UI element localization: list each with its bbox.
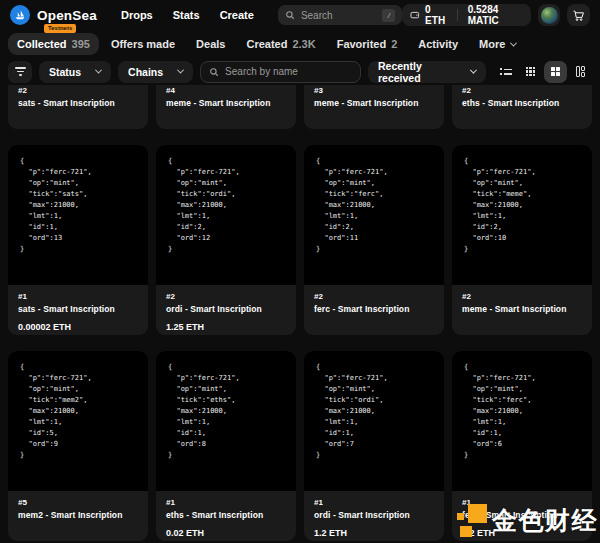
nft-card[interactable]: { "p":"ferc-721", "op":"mint", "tick":"e… xyxy=(156,351,296,541)
inscription-json-text: { "p":"ferc-721", "op":"mint", "tick":"o… xyxy=(156,145,296,255)
inscription-json-text: { "p":"ferc-721", "op":"mint", "tick":"f… xyxy=(304,145,444,255)
nft-card[interactable]: #4 meme - Smart Inscription xyxy=(156,85,296,129)
card-title: mem2 - Smart Inscription xyxy=(18,510,138,520)
nft-card[interactable]: #2 eths - Smart Inscription xyxy=(452,85,592,129)
card-footer: #2 meme - Smart Inscription xyxy=(452,285,592,314)
inscription-json-text: { "p":"ferc-721", "op":"mint", "tick":"m… xyxy=(8,351,148,461)
nft-card[interactable]: { "p":"ferc-721", "op":"mint", "tick":"m… xyxy=(452,145,592,335)
tab-created[interactable]: Created2.3K xyxy=(237,33,324,55)
card-footer: #1 eths - Smart Inscription 0.02 ETH xyxy=(156,491,296,538)
card-price: 0.2 ETH xyxy=(462,528,582,538)
card-footer: #3 meme - Smart Inscription xyxy=(304,85,444,108)
sort-dropdown[interactable]: Recently received xyxy=(368,61,486,83)
tab-favorited[interactable]: Favorited2 xyxy=(328,33,407,55)
card-title: eths - Smart Inscription xyxy=(166,510,286,520)
eth-balance: 0 ETH xyxy=(402,4,456,26)
search-by-name-input[interactable]: Search by name xyxy=(200,61,361,83)
nav-item-stats[interactable]: Stats xyxy=(173,9,200,21)
tab-collected[interactable]: Collected395 xyxy=(8,33,99,55)
card-title: sats - Smart Inscription xyxy=(18,98,138,108)
gallery-view-button[interactable] xyxy=(569,61,592,83)
card-edition-number: #1 xyxy=(462,498,582,507)
card-edition-number: #1 xyxy=(166,498,286,507)
tab-activity[interactable]: Activity xyxy=(409,33,467,55)
global-search-input[interactable]: Search / xyxy=(278,5,403,25)
card-edition-number: #2 xyxy=(18,86,138,95)
card-inscription-image: { "p":"ferc-721", "op":"mint", "tick":"o… xyxy=(304,351,444,491)
nft-card[interactable]: { "p":"ferc-721", "op":"mint", "tick":"s… xyxy=(8,145,148,335)
search-icon xyxy=(209,67,219,77)
filter-toggle-button[interactable] xyxy=(8,61,32,83)
card-title: ordi - Smart Inscription xyxy=(314,510,434,520)
nft-card[interactable]: { "p":"ferc-721", "op":"mint", "tick":"f… xyxy=(304,145,444,335)
nav-item-drops[interactable]: Drops xyxy=(121,9,153,21)
card-edition-number: #3 xyxy=(314,86,434,95)
list-view-icon xyxy=(500,68,512,75)
card-footer: #2 eths - Smart Inscription xyxy=(452,85,592,108)
avatar-globe-image xyxy=(541,7,558,24)
card-title: meme - Smart Inscription xyxy=(462,304,582,314)
filter-bar: Status Chains Search by name Recently re… xyxy=(0,58,600,85)
card-title: ferc - Smart Inscription xyxy=(314,304,434,314)
tab-deals[interactable]: Deals xyxy=(187,33,234,55)
card-title: meme - Smart Inscription xyxy=(166,98,286,108)
card-footer: #5 mem2 - Smart Inscription xyxy=(8,491,148,520)
profile-avatar[interactable] xyxy=(538,4,561,26)
top-navigation-bar: OpenSea Testnets Drops Stats Create Sear… xyxy=(0,0,600,30)
opensea-logo[interactable]: OpenSea Testnets xyxy=(10,5,97,25)
inscription-json-text: { "p":"ferc-721", "op":"mint", "tick":"f… xyxy=(452,351,592,461)
chevron-down-icon xyxy=(95,67,102,74)
grid-icon xyxy=(551,67,561,77)
card-edition-number: #2 xyxy=(462,292,582,301)
card-inscription-image: { "p":"ferc-721", "op":"mint", "tick":"e… xyxy=(156,351,296,491)
nft-card[interactable]: #3 meme - Smart Inscription xyxy=(304,85,444,129)
cart-icon xyxy=(572,9,585,22)
filter-icon xyxy=(15,67,26,69)
nft-card-grid: #2 sats - Smart Inscription #4 meme - Sm… xyxy=(8,85,592,541)
chains-filter-dropdown[interactable]: Chains xyxy=(118,61,193,83)
card-title: ordi - Smart Inscription xyxy=(166,304,286,314)
status-filter-dropdown[interactable]: Status xyxy=(39,61,111,83)
card-edition-number: #4 xyxy=(166,86,286,95)
nft-card[interactable]: { "p":"ferc-721", "op":"mint", "tick":"o… xyxy=(156,145,296,335)
tab-more[interactable]: More xyxy=(470,33,525,55)
card-inscription-image: { "p":"ferc-721", "op":"mint", "tick":"m… xyxy=(452,145,592,285)
opensea-ship-icon xyxy=(10,5,30,25)
nft-card[interactable]: { "p":"ferc-721", "op":"mint", "tick":"f… xyxy=(452,351,592,541)
slash-shortcut-key: / xyxy=(382,9,395,22)
nav-item-create[interactable]: Create xyxy=(220,9,254,21)
nft-card[interactable]: { "p":"ferc-721", "op":"mint", "tick":"m… xyxy=(8,351,148,541)
card-footer: #1 ferc - Smart Inscription 0.2 ETH xyxy=(452,491,592,538)
card-inscription-image: { "p":"ferc-721", "op":"mint", "tick":"o… xyxy=(156,145,296,285)
card-price: 0.02 ETH xyxy=(166,528,286,538)
card-footer: #1 sats - Smart Inscription 0.00002 ETH xyxy=(8,285,148,332)
nft-card[interactable]: #2 sats - Smart Inscription xyxy=(8,85,148,129)
card-inscription-image: { "p":"ferc-721", "op":"mint", "tick":"s… xyxy=(8,145,148,285)
brand-wordmark: OpenSea xyxy=(37,8,97,23)
testnets-badge: Testnets xyxy=(44,24,76,33)
inscription-json-text: { "p":"ferc-721", "op":"mint", "tick":"m… xyxy=(452,145,592,255)
tab-offers-made[interactable]: Offers made xyxy=(102,33,184,55)
main-nav: Drops Stats Create xyxy=(121,9,254,21)
card-edition-number: #2 xyxy=(314,292,434,301)
nft-card[interactable]: { "p":"ferc-721", "op":"mint", "tick":"o… xyxy=(304,351,444,541)
view-toggle-group xyxy=(494,61,592,83)
chevron-down-icon xyxy=(177,67,184,74)
card-price: 1.2 ETH xyxy=(314,528,434,538)
card-price: 1.25 ETH xyxy=(166,322,286,332)
card-title: sats - Smart Inscription xyxy=(18,304,138,314)
gallery-view-icon xyxy=(576,66,586,77)
list-view-button[interactable] xyxy=(494,61,517,83)
card-price: 0.00002 ETH xyxy=(18,322,138,332)
wallet-balance-pill[interactable]: 0 ETH 0.5284 MATIC xyxy=(402,4,530,26)
card-title: meme - Smart Inscription xyxy=(314,98,434,108)
grid-view-button[interactable] xyxy=(544,61,567,83)
card-footer: #1 ordi - Smart Inscription 1.2 ETH xyxy=(304,491,444,538)
card-footer: #4 meme - Smart Inscription xyxy=(156,85,296,108)
dense-grid-view-button[interactable] xyxy=(519,61,542,83)
dense-grid-icon xyxy=(526,67,536,77)
search-icon xyxy=(285,10,295,20)
cart-button[interactable] xyxy=(567,4,590,26)
chevron-down-icon xyxy=(470,67,477,74)
card-title: eths - Smart Inscription xyxy=(462,98,582,108)
